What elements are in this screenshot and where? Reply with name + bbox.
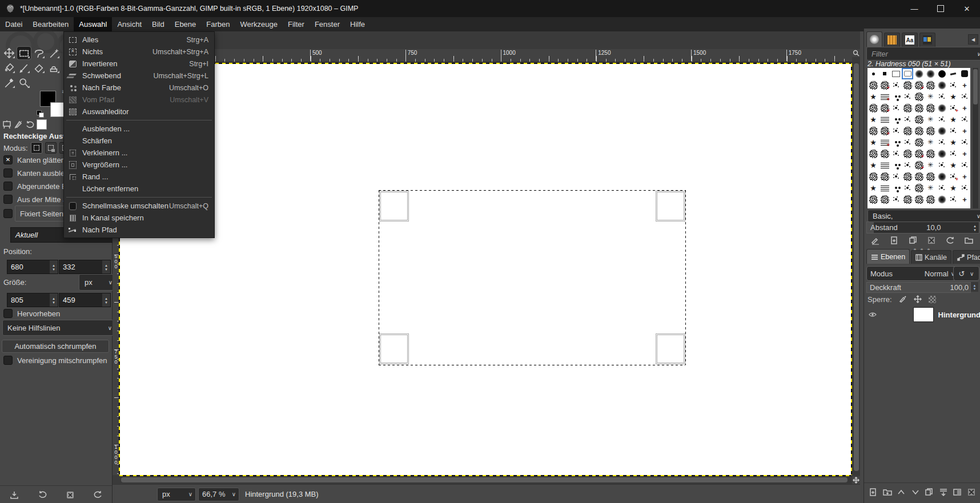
brush-grid-scrollbar[interactable] [973,68,978,208]
brush-cell[interactable] [959,171,970,182]
brush-cell[interactable] [913,171,925,182]
canvas-viewport[interactable]: 5007501000125015001750 5007501000 [113,31,860,484]
checkbox-kanten-glätten[interactable]: ✕ [3,155,13,164]
menu-item-schärfen[interactable]: Schärfen [64,135,214,147]
horizontal-scrollbar-thumb[interactable] [121,477,848,482]
tab-patterns[interactable] [884,33,900,47]
brush-cell[interactable] [925,125,936,136]
delete-layer-icon[interactable] [967,488,976,497]
brush-cell[interactable] [867,194,879,205]
brush-cell[interactable] [913,102,925,114]
brush-cell[interactable] [902,159,913,171]
mode-add-button[interactable] [45,142,57,154]
tool-fuzzy-select[interactable] [47,47,61,59]
brush-cell[interactable] [959,125,970,136]
layer-mode-reset-button[interactable]: ↺ ∨ [953,266,979,281]
tab-kanaele[interactable]: Kanäle [911,250,951,264]
brush-cell[interactable] [879,194,890,205]
selection-border-right[interactable] [685,190,686,365]
menu-item-auswahleditor[interactable]: Auswahleditor [64,106,214,118]
brush-cell[interactable] [902,171,913,182]
brush-cell[interactable] [947,91,959,102]
mode-replace-button[interactable] [31,142,42,154]
brush-cell[interactable] [867,136,879,148]
brush-cell[interactable] [936,102,947,114]
menubar-item-filter[interactable]: Filter [283,17,310,31]
layer-row-hintergrund[interactable]: Hintergrund [864,307,980,323]
brush-cell[interactable] [902,136,913,148]
duplicate-layer-icon[interactable] [925,488,934,497]
brush-cell[interactable] [959,194,970,205]
menubar-item-werkzeuge[interactable]: Werkzeuge [235,17,283,31]
brush-cell[interactable] [959,159,970,171]
selection-handle-top-right[interactable] [656,191,685,222]
brush-cell[interactable] [879,91,890,102]
menu-item-alles[interactable]: AllesStrg+A [64,34,214,46]
brush-grid-scrollbar-thumb[interactable] [973,69,978,104]
brush-cell[interactable] [913,182,925,194]
tool-color-picker[interactable] [2,77,16,89]
brush-cell[interactable] [947,194,959,205]
brush-cell[interactable] [879,125,890,136]
horizontal-ruler[interactable]: 5007501000125015001750 [113,49,852,62]
merge-down-icon[interactable] [939,488,948,497]
brush-cell[interactable] [936,114,947,125]
brush-cell[interactable] [925,159,936,171]
edit-brush-icon[interactable] [871,236,880,245]
brush-cell[interactable] [890,136,902,148]
brush-cell[interactable] [902,79,913,91]
tool-rectangle-select[interactable] [17,47,31,59]
tool-clone[interactable] [47,62,61,74]
add-mask-icon[interactable] [953,488,962,497]
menu-item-löcher-entfernen[interactable]: Löcher entfernen [64,183,214,195]
duplicate-brush-icon[interactable] [909,236,918,245]
layer-mode-combo[interactable]: Modus Normal ∨ [866,266,959,281]
tool-move[interactable] [2,47,16,59]
brush-cell[interactable] [947,182,959,194]
menu-item-nach-farbe[interactable]: Nach FarbeUmschalt+O [64,82,214,94]
selection-border-bottom[interactable] [379,365,685,365]
close-button[interactable]: ✕ [954,0,980,17]
auto-shrink-button[interactable]: Automatisch schrumpfen [2,340,109,353]
brush-cell[interactable] [879,159,890,171]
brush-cell[interactable] [925,194,936,205]
brush-cell[interactable] [879,171,890,182]
vertical-scrollbar[interactable] [853,62,860,475]
brush-cell[interactable] [902,125,913,136]
brush-cell[interactable] [879,148,890,159]
size-width-field[interactable]: 805 ▴▾ [7,293,58,307]
brush-spacing-slider[interactable]: Abstand 10,0 ▴▾ [866,222,979,234]
position-y-field[interactable]: 332 ▴▾ [59,260,111,274]
brush-cell[interactable] [913,68,925,79]
menu-item-invertieren[interactable]: InvertierenStrg+I [64,58,214,70]
brush-cell[interactable] [913,159,925,171]
brush-cell[interactable] [925,79,936,91]
brush-cell[interactable] [947,125,959,136]
tab-ebenen[interactable]: Ebenen [866,249,910,264]
brush-cell-selected[interactable] [902,68,913,79]
layer-visible-eye-icon[interactable] [869,311,877,318]
guides-combo[interactable]: Keine Hilfslinien ∨ [2,320,115,336]
brush-cell[interactable] [925,148,936,159]
menu-item-schwebend[interactable]: SchwebendUmschalt+Strg+L [64,70,214,82]
brush-cell[interactable] [959,136,970,148]
menu-item-vergrößern[interactable]: Vergrößern ... [64,159,214,171]
brush-cell[interactable] [867,91,879,102]
brush-cell[interactable] [913,114,925,125]
unit-combo[interactable]: px ∨ [79,274,116,291]
brush-cell[interactable] [936,79,947,91]
brush-cell[interactable] [890,102,902,114]
tool-options-icon[interactable] [2,120,11,129]
menu-item-nach-pfad[interactable]: Nach Pfad [64,224,214,236]
brush-cell[interactable] [925,114,936,125]
brush-cell[interactable] [890,159,902,171]
brush-cell[interactable] [936,136,947,148]
brush-cell[interactable] [936,68,947,79]
brush-cell[interactable] [890,125,902,136]
minimize-button[interactable]: — [901,0,927,17]
brush-cell[interactable] [947,171,959,182]
brush-cell[interactable] [925,182,936,194]
reset-tool-icon[interactable] [94,490,103,500]
brush-cell[interactable] [925,68,936,79]
brush-cell[interactable] [959,79,970,91]
